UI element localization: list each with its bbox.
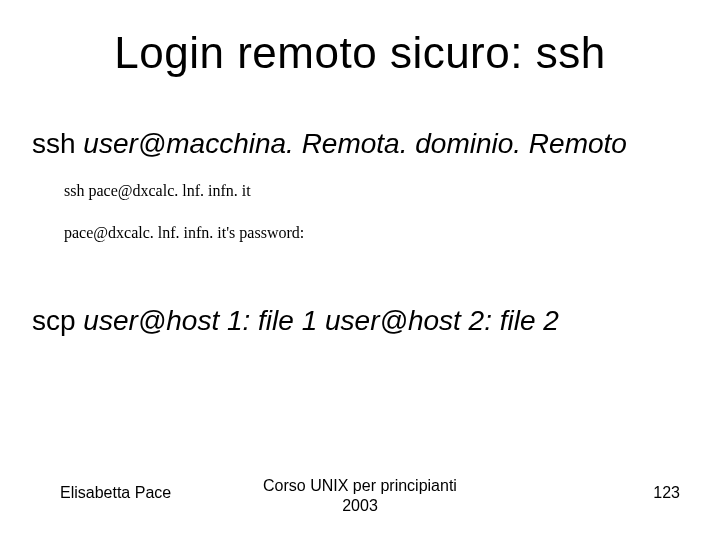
footer-course-title: Corso UNIX per principianti [263,477,457,494]
terminal-line-2: pace@dxcalc. lnf. infn. it's password: [64,224,304,242]
scp-syntax-line: scp user@host 1: file 1 user@host 2: fil… [32,305,700,337]
scp-args: user@host 1: file 1 user@host 2: file 2 [83,305,559,336]
ssh-syntax-line: ssh user@macchina. Remota. dominio. Remo… [32,128,700,160]
ssh-args: user@macchina. Remota. dominio. Remoto [83,128,627,159]
footer-course-year: 2003 [342,497,378,514]
scp-command: scp [32,305,83,336]
ssh-command: ssh [32,128,83,159]
terminal-line-1: ssh pace@dxcalc. lnf. infn. it [64,182,251,200]
slide: Login remoto sicuro: ssh ssh user@macchi… [0,0,720,540]
footer-page-number: 123 [653,484,680,502]
slide-title: Login remoto sicuro: ssh [0,28,720,78]
footer-center: Corso UNIX per principianti 2003 [0,476,720,516]
